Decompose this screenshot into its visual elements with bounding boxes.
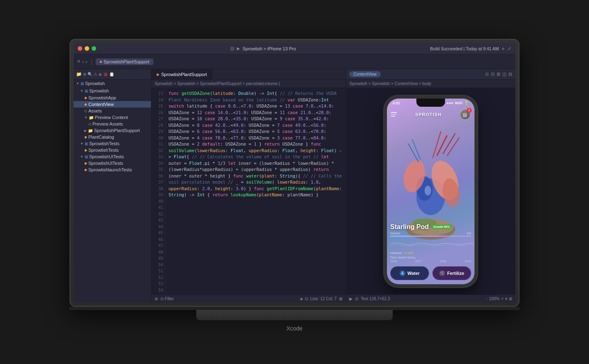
sidebar-icon-test[interactable]: ◈ bbox=[99, 72, 102, 76]
sidebar-item-plantsupport[interactable]: ▶ 📁 SprowtishPlantSupport bbox=[74, 127, 151, 134]
preview-statusbar: ▶ ⊡ Text 126.7×52.3 - 100% + ▾ ⊞ bbox=[346, 294, 515, 303]
svg-line-11 bbox=[447, 137, 459, 156]
sidebar-item-sprowtish-project[interactable]: ▼ ⊞ Sprowtish bbox=[74, 80, 151, 87]
sidebar-item-plantcatalog[interactable]: ◆ PlantCatalog bbox=[74, 134, 151, 140]
sidebar-item-preview-content[interactable]: ▼ 📁 Preview Content bbox=[74, 114, 151, 121]
preview-icon-1[interactable]: ⊙ bbox=[485, 72, 489, 77]
zoom-out-icon[interactable]: - bbox=[486, 297, 487, 301]
hamburger-menu[interactable] bbox=[391, 112, 397, 117]
sidebar-toggle-icon[interactable]: ⊟ bbox=[230, 46, 234, 52]
traffic-light-green[interactable] bbox=[92, 46, 96, 51]
svg-point-14 bbox=[425, 186, 431, 195]
laptop-base bbox=[196, 309, 393, 320]
toolbar-stop[interactable]: ✕ bbox=[77, 59, 81, 64]
svg-line-10 bbox=[433, 131, 441, 158]
code-text[interactable]: func getUSDAZone(latitude: Double) -> In… bbox=[165, 88, 346, 294]
scheme-label: Sprowtish > iPhone 13 Pro bbox=[243, 46, 296, 51]
preview-pointer-icon[interactable]: ⊡ bbox=[355, 297, 358, 301]
sidebar-item-launch-tests[interactable]: ◆ SprowtishlaunchTests bbox=[74, 166, 151, 173]
avatar-area[interactable]: 🤖 2 bbox=[460, 109, 470, 120]
sidebar-icon-debug[interactable]: 🐞 bbox=[103, 72, 108, 76]
laptop: ⊟ ▶ Sprowtish > iPhone 13 Pro Build Succ… bbox=[70, 39, 519, 325]
preview-icon-3[interactable]: ⊞ bbox=[497, 72, 500, 77]
zoom-in-icon[interactable]: + bbox=[501, 297, 504, 301]
sidebar-item-preview-assets[interactable]: ◇ Preview Assets bbox=[74, 121, 151, 127]
line-col-indicator: Line: 12 Col: 7 bbox=[310, 297, 337, 301]
error-icon: ⊡ bbox=[305, 297, 308, 301]
code-editor: ◆ SprowtishPlantSupport Sprowtish > Spro… bbox=[151, 69, 346, 303]
fertilize-icon: 🌿 bbox=[439, 270, 445, 276]
sidebar-item-tests-group[interactable]: ▼ ⊞ SprowtishTests bbox=[74, 140, 151, 147]
notification-badge: 2 bbox=[467, 108, 472, 113]
sidebar-item-sprowtish-group[interactable]: ▼ ⊞ Sprowtish bbox=[74, 87, 151, 94]
line-numbers: 23242526 27282930 31323334 35363738 3940… bbox=[151, 88, 165, 294]
preview-icon-5[interactable]: ⊟ bbox=[508, 72, 512, 77]
editor-tab-active[interactable]: ◆ SprowtishPlantSupport bbox=[151, 69, 212, 79]
toolbar-forward[interactable]: › bbox=[85, 58, 87, 65]
nutrient-bar: Nutrient 100 bbox=[390, 232, 471, 237]
fertilize-btn-label: Fertilize bbox=[447, 271, 464, 276]
app-logo: SPROTISH bbox=[415, 112, 441, 117]
iphone-mockup: 0:41 ●●● WiFi 🔋 bbox=[384, 95, 478, 288]
preview-tab[interactable]: ContentView bbox=[349, 71, 381, 77]
zoom-chevron[interactable]: ▾ bbox=[505, 297, 507, 301]
sidebar-icon-folder[interactable]: 📁 bbox=[76, 72, 82, 77]
editor-tab-filename[interactable]: ■ SprowtishPlantSupport bbox=[96, 58, 153, 65]
preview-icon-2[interactable]: ⊡ bbox=[491, 72, 495, 77]
toolbar-back[interactable]: ‹ bbox=[82, 58, 84, 65]
sidebar-item-sprowtishapp[interactable]: ◆ SprowtishApp bbox=[74, 94, 151, 101]
svg-line-9 bbox=[443, 133, 455, 154]
add-tab-button[interactable]: + bbox=[501, 45, 505, 52]
build-status: Build Succeeded | Today at 9:41 AM bbox=[430, 46, 499, 51]
sidebar-icon-report[interactable]: 📋 bbox=[109, 72, 114, 76]
plant-name-row: Starling Pod Growth 80% bbox=[390, 223, 471, 231]
code-content: 23242526 27282930 31323334 35363738 3940… bbox=[151, 88, 346, 294]
sidebar-item-sprowtish-uitests[interactable]: ◆ SprowtishUITests bbox=[74, 160, 151, 166]
filter-icon[interactable]: ⊕ bbox=[155, 297, 158, 301]
sidebar-item-contentview[interactable]: ◆ ContentView bbox=[74, 101, 151, 108]
xcode-window: ⊟ ▶ Sprowtish > iPhone 13 Pro Build Succ… bbox=[74, 43, 515, 303]
warning-icon: ◈ bbox=[300, 297, 303, 301]
phone-screen: 0:41 ●●● WiFi 🔋 bbox=[387, 99, 474, 284]
preview-icon-4[interactable]: ◫ bbox=[502, 72, 506, 77]
plant-name: Starling Pod bbox=[390, 223, 429, 231]
preview-panel: ContentView ⊙ ⊡ ⊞ ◫ ⊟ Sprowtish > Sp bbox=[346, 69, 515, 303]
filter-label[interactable]: ⊙ Filter bbox=[160, 297, 174, 301]
traffic-light-yellow[interactable] bbox=[85, 46, 89, 51]
moisture-row: Moisture ⚠ 20% bbox=[390, 251, 471, 255]
zoom-level: 100% bbox=[489, 297, 500, 301]
fullscreen-button[interactable]: ⤢ bbox=[507, 46, 511, 52]
run-button[interactable]: ▶ bbox=[237, 46, 240, 51]
xcode-toolbar: ✕ ‹ › | ■ SprowtishPlantSupport bbox=[74, 54, 515, 69]
editor-statusbar: ⊕ ⊙ Filter ◈ ⊡ Line: 12 Col: 7 ⊠ bbox=[151, 294, 346, 303]
traffic-light-red[interactable] bbox=[78, 46, 82, 51]
fertilize-button[interactable]: 🌿 Fertilize bbox=[432, 266, 471, 280]
water-icon: 💧 bbox=[400, 270, 405, 276]
preview-breadcrumb: Sprowtish > Sprowtish > ContentView > bo… bbox=[346, 80, 515, 88]
health-history: Plant Health History 10/1610/1710/1810/1… bbox=[390, 256, 471, 263]
editor-breadcrumb: Sprowtish > Sprowtish > SprowtishPlantSu… bbox=[151, 80, 346, 88]
editor-icon: ⊠ bbox=[339, 297, 342, 301]
preview-content: 0:41 ●●● WiFi 🔋 bbox=[346, 88, 515, 294]
preview-toolbar: ContentView ⊙ ⊡ ⊞ ◫ ⊟ bbox=[346, 69, 515, 80]
titlebar: ⊟ ▶ Sprowtish > iPhone 13 Pro Build Succ… bbox=[74, 43, 515, 54]
growth-badge: Growth 80% bbox=[431, 225, 452, 229]
editor-status-icons: ◈ ⊡ bbox=[300, 297, 308, 301]
sidebar-item-uitests-group[interactable]: ▼ ⊞ SprowtishUITests bbox=[74, 153, 151, 160]
sidebar-toolbar: 📁 ⊕ 🔍 ⚠ ◈ 🐞 📋 bbox=[74, 69, 151, 80]
preview-play-icon[interactable]: ▶ bbox=[349, 297, 353, 301]
screen-bezel: ⊟ ▶ Sprowtish > iPhone 13 Pro Build Succ… bbox=[70, 39, 519, 307]
laptop-hinge bbox=[70, 307, 519, 310]
sidebar-icon-source[interactable]: ⊕ bbox=[83, 72, 86, 76]
sidebar-item-sprowtish-tests[interactable]: ◆ SprowtishTests bbox=[74, 147, 151, 153]
sidebar-icon-search[interactable]: 🔍 bbox=[88, 72, 92, 76]
main-content: 📁 ⊕ 🔍 ⚠ ◈ 🐞 📋 ▼ ⊞ Sprowtish bbox=[74, 69, 515, 303]
inspector-icon[interactable]: ⊞ bbox=[509, 297, 512, 301]
water-button[interactable]: 💧 Water bbox=[390, 266, 429, 280]
sidebar-icon-warnings[interactable]: ⚠ bbox=[94, 72, 97, 76]
svg-line-12 bbox=[412, 139, 420, 160]
sidebar-item-assets[interactable]: ◇ Assets bbox=[74, 108, 151, 114]
phone-time: 0:41 bbox=[393, 101, 400, 105]
xcode-app-label: Xcode bbox=[286, 325, 303, 332]
editor-tabs: ◆ SprowtishPlantSupport bbox=[151, 69, 346, 80]
